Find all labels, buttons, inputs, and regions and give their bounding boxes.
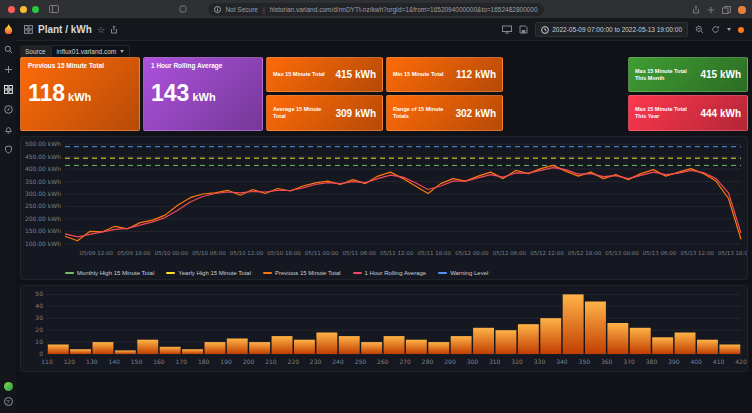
svg-text:05/12 12:00: 05/12 12:00 <box>530 250 564 256</box>
info-icon <box>214 6 221 13</box>
dashboard-actions: 2022-05-09 07:00:00 to 2022-05-13 19:00:… <box>502 22 744 37</box>
svg-text:360: 360 <box>601 358 613 365</box>
stat-title: Max 15 Minute Total This Month <box>635 68 699 82</box>
stat-title: Max 15 Minute Total This Year <box>635 106 699 120</box>
legend-item[interactable]: 1 Hour Rolling Average <box>353 270 427 276</box>
sidebar-item-dashboards[interactable] <box>0 84 16 95</box>
page-title: Plant / kWh <box>38 24 92 35</box>
save-icon[interactable] <box>519 25 528 34</box>
svg-text:05/13 06:00: 05/13 06:00 <box>643 250 677 256</box>
source-chevron-icon <box>120 50 124 53</box>
svg-text:400: 400 <box>690 358 702 365</box>
tv-mode-icon[interactable] <box>502 25 512 34</box>
sidebar: ? <box>0 19 16 413</box>
sidebar-item-help[interactable]: ? <box>4 397 13 406</box>
stat-max-15-minute-total-this-year[interactable]: Max 15 Minute Total This Year 444 kWh <box>628 95 748 131</box>
stat-1-hour-rolling-average[interactable]: 1 Hour Rolling Average 143kWh <box>143 57 263 131</box>
sidebar-item-profile[interactable] <box>4 382 13 391</box>
clock-icon <box>541 26 549 34</box>
svg-text:05/10 18:00: 05/10 18:00 <box>267 250 301 256</box>
stat-value: 415 kWh <box>700 69 741 80</box>
notification-dot-icon[interactable] <box>738 27 744 33</box>
browser-profile-avatar[interactable] <box>738 6 746 14</box>
svg-text:05/13 18:00: 05/13 18:00 <box>718 250 747 256</box>
stat-max-15-minute-total-this-month[interactable]: Max 15 Minute Total This Month 415 kWh <box>628 57 748 92</box>
window-zoom-button[interactable] <box>32 6 39 13</box>
window-close-button[interactable] <box>8 6 15 13</box>
url-bar[interactable]: Not Secure | historian.varland.com/d/nnD… <box>208 3 544 16</box>
stat-average-15-minute-total[interactable]: Average 15 Minute Total 309 kWh <box>266 95 383 131</box>
svg-text:0: 0 <box>39 350 43 357</box>
timeseries-panel[interactable]: 100.00 kWh150.00 kWh200.00 kWh250.00 kWh… <box>20 136 748 280</box>
refresh-icon[interactable] <box>711 25 720 34</box>
timeseries-svg[interactable]: 100.00 kWh150.00 kWh200.00 kWh250.00 kWh… <box>21 137 747 261</box>
refresh-interval-chevron-icon[interactable] <box>727 28 731 31</box>
grafana-logo-icon[interactable] <box>0 24 16 35</box>
stat-title: Average 15 Minute Total <box>273 106 335 120</box>
stat-title: Max 15 Minute Total <box>273 71 325 78</box>
svg-text:05/10 06:00: 05/10 06:00 <box>192 250 226 256</box>
svg-text:230: 230 <box>310 358 322 365</box>
star-icon[interactable]: ☆ <box>97 25 105 35</box>
svg-text:20: 20 <box>35 326 43 333</box>
sidebar-item-search[interactable] <box>0 44 16 55</box>
legend-item[interactable]: Monthly High 15 Minute Total <box>65 270 154 276</box>
zoom-out-icon[interactable] <box>695 25 704 34</box>
stat-min-15-minute-total[interactable]: Min 15 Minute Total 112 kWh <box>386 57 503 92</box>
dashboard-icon <box>24 25 33 34</box>
share-icon[interactable] <box>692 5 700 14</box>
svg-text:310: 310 <box>489 358 501 365</box>
svg-text:200: 200 <box>243 358 255 365</box>
svg-text:10: 10 <box>35 338 43 345</box>
browser-chrome: Not Secure | historian.varland.com/d/nnD… <box>0 0 752 19</box>
svg-text:200.00 kWh: 200.00 kWh <box>25 215 61 222</box>
stat-max-15-minute-total[interactable]: Max 15 Minute Total 415 kWh <box>266 57 383 92</box>
timeseries-legend: Monthly High 15 Minute TotalYearly High … <box>65 270 488 276</box>
stat-range-of-15-minute-totals[interactable]: Range of 15 Minute Totals 302 kWh <box>386 95 503 131</box>
tab-overview-icon[interactable] <box>722 6 731 14</box>
svg-text:260: 260 <box>377 358 389 365</box>
svg-text:500.00 kWh: 500.00 kWh <box>25 140 61 147</box>
stat-unit: kWh <box>68 91 91 103</box>
dashboard-header: Plant / kWh ☆ 2022-05-09 07:00:00 to 202… <box>16 19 752 41</box>
svg-text:300: 300 <box>467 358 479 365</box>
stat-value: 302 kWh <box>455 108 496 119</box>
histogram-svg[interactable]: 0102030405011012013014015016017018019020… <box>21 286 747 370</box>
stat-value: 112 kWh <box>456 69 496 80</box>
svg-text:410: 410 <box>713 358 725 365</box>
stat-title: Previous 15 Minute Total <box>28 62 132 70</box>
sidebar-item-explore[interactable] <box>0 104 16 115</box>
url-separator: | <box>262 6 266 13</box>
legend-item[interactable]: Yearly High 15 Minute Total <box>166 270 251 276</box>
svg-text:05/09 18:00: 05/09 18:00 <box>117 250 151 256</box>
time-range-picker[interactable]: 2022-05-09 07:00:00 to 2022-05-13 19:00:… <box>535 22 688 37</box>
svg-text:140: 140 <box>108 358 120 365</box>
svg-text:05/12 00:00: 05/12 00:00 <box>455 250 489 256</box>
svg-text:210: 210 <box>265 358 277 365</box>
sidebar-item-admin[interactable] <box>0 144 16 155</box>
svg-text:180: 180 <box>198 358 210 365</box>
svg-text:130: 130 <box>86 358 98 365</box>
svg-text:05/11 00:00: 05/11 00:00 <box>305 250 339 256</box>
stat-title: Range of 15 Minute Totals <box>393 106 455 120</box>
sidebar-item-create[interactable] <box>0 64 16 75</box>
legend-item[interactable]: Warning Level <box>438 270 488 276</box>
svg-text:390: 390 <box>668 358 680 365</box>
new-tab-icon[interactable] <box>707 6 715 14</box>
share-dashboard-icon[interactable] <box>110 25 118 34</box>
window-minimize-button[interactable] <box>20 6 27 13</box>
chrome-actions <box>692 0 746 19</box>
extensions-icon[interactable] <box>179 5 187 13</box>
stat-value: 309 kWh <box>335 108 376 119</box>
sidebar-item-alerting[interactable] <box>0 124 16 135</box>
svg-text:120: 120 <box>64 358 76 365</box>
svg-text:05/12 06:00: 05/12 06:00 <box>493 250 527 256</box>
stat-previous-15-minute-total[interactable]: Previous 15 Minute Total 118kWh <box>20 57 140 131</box>
legend-item[interactable]: Previous 15 Minute Total <box>263 270 341 276</box>
screen: Not Secure | historian.varland.com/d/nnD… <box>0 0 752 413</box>
sidebar-toggle-icon[interactable] <box>49 5 59 13</box>
svg-text:380: 380 <box>646 358 658 365</box>
histogram-panel[interactable]: 0102030405011012013014015016017018019020… <box>20 285 748 372</box>
stat-title: Min 15 Minute Total <box>393 71 444 78</box>
svg-text:05/13 00:00: 05/13 00:00 <box>605 250 639 256</box>
